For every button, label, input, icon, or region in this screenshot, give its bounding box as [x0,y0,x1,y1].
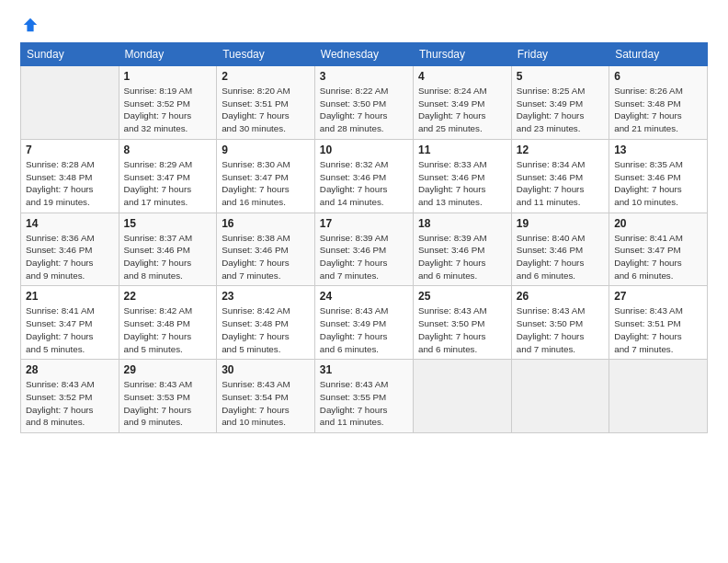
calendar-cell: 27Sunrise: 8:43 AMSunset: 3:51 PMDayligh… [609,286,708,360]
day-number: 27 [614,290,702,303]
cell-info: Sunrise: 8:34 AMSunset: 3:46 PMDaylight:… [517,158,604,209]
svg-marker-0 [24,18,37,31]
calendar-cell: 2Sunrise: 8:20 AMSunset: 3:51 PMDaylight… [217,66,315,140]
day-number: 9 [222,144,310,156]
calendar-cell: 31Sunrise: 8:43 AMSunset: 3:55 PMDayligh… [314,360,413,433]
day-of-week-header: Monday [119,43,217,66]
calendar-cell [21,66,119,140]
cell-info: Sunrise: 8:43 AMSunset: 3:50 PMDaylight:… [418,304,506,355]
cell-info: Sunrise: 8:41 AMSunset: 3:47 PMDaylight:… [614,232,702,282]
calendar-cell: 26Sunrise: 8:43 AMSunset: 3:50 PMDayligh… [511,286,609,360]
day-number: 29 [124,363,212,376]
calendar-header-row: SundayMondayTuesdayWednesdayThursdayFrid… [21,43,708,66]
day-number: 19 [517,217,604,230]
calendar-cell: 10Sunrise: 8:32 AMSunset: 3:46 PMDayligh… [314,139,413,213]
cell-info: Sunrise: 8:30 AMSunset: 3:47 PMDaylight:… [222,158,310,209]
cell-info: Sunrise: 8:36 AMSunset: 3:46 PMDaylight:… [26,232,114,282]
cell-info: Sunrise: 8:33 AMSunset: 3:46 PMDaylight:… [418,158,506,209]
day-of-week-header: Friday [511,43,609,66]
day-of-week-header: Wednesday [314,43,413,66]
cell-info: Sunrise: 8:26 AMSunset: 3:48 PMDaylight:… [614,85,702,135]
logo [20,17,39,33]
calendar-cell: 16Sunrise: 8:38 AMSunset: 3:46 PMDayligh… [217,213,315,286]
day-number: 25 [418,290,506,303]
day-number: 22 [124,290,212,303]
calendar-cell: 22Sunrise: 8:42 AMSunset: 3:48 PMDayligh… [119,286,217,360]
cell-info: Sunrise: 8:43 AMSunset: 3:53 PMDaylight:… [124,378,212,429]
cell-info: Sunrise: 8:41 AMSunset: 3:47 PMDaylight:… [26,304,114,355]
day-of-week-header: Sunday [21,43,119,66]
cell-info: Sunrise: 8:43 AMSunset: 3:52 PMDaylight:… [26,378,114,429]
calendar-week-row: 28Sunrise: 8:43 AMSunset: 3:52 PMDayligh… [21,360,708,433]
day-number: 6 [614,70,702,83]
day-number: 26 [517,290,604,303]
day-number: 1 [124,70,212,83]
calendar-cell: 24Sunrise: 8:43 AMSunset: 3:49 PMDayligh… [314,286,413,360]
day-of-week-header: Saturday [609,43,708,66]
cell-info: Sunrise: 8:38 AMSunset: 3:46 PMDaylight:… [222,232,310,282]
day-number: 30 [222,363,310,376]
calendar-cell: 6Sunrise: 8:26 AMSunset: 3:48 PMDaylight… [609,66,708,140]
cell-info: Sunrise: 8:37 AMSunset: 3:46 PMDaylight:… [124,232,212,282]
day-of-week-header: Thursday [413,43,511,66]
calendar-cell: 3Sunrise: 8:22 AMSunset: 3:50 PMDaylight… [314,66,413,140]
calendar-cell: 30Sunrise: 8:43 AMSunset: 3:54 PMDayligh… [217,360,315,433]
calendar-cell: 23Sunrise: 8:42 AMSunset: 3:48 PMDayligh… [217,286,315,360]
day-number: 20 [614,217,702,230]
day-number: 17 [320,217,408,230]
calendar-week-row: 7Sunrise: 8:28 AMSunset: 3:48 PMDaylight… [21,139,708,213]
calendar-cell: 7Sunrise: 8:28 AMSunset: 3:48 PMDaylight… [21,139,119,213]
calendar-cell: 9Sunrise: 8:30 AMSunset: 3:47 PMDaylight… [217,139,315,213]
calendar-week-row: 21Sunrise: 8:41 AMSunset: 3:47 PMDayligh… [21,286,708,360]
day-number: 4 [418,70,506,83]
cell-info: Sunrise: 8:22 AMSunset: 3:50 PMDaylight:… [320,85,408,135]
calendar: SundayMondayTuesdayWednesdayThursdayFrid… [20,42,708,433]
cell-info: Sunrise: 8:24 AMSunset: 3:49 PMDaylight:… [418,85,506,135]
calendar-cell: 12Sunrise: 8:34 AMSunset: 3:46 PMDayligh… [511,139,609,213]
day-number: 15 [124,217,212,230]
day-number: 16 [222,217,310,230]
cell-info: Sunrise: 8:19 AMSunset: 3:52 PMDaylight:… [124,85,212,135]
calendar-cell: 19Sunrise: 8:40 AMSunset: 3:46 PMDayligh… [511,213,609,286]
day-number: 8 [124,144,212,156]
cell-info: Sunrise: 8:39 AMSunset: 3:46 PMDaylight:… [418,232,506,282]
calendar-cell: 18Sunrise: 8:39 AMSunset: 3:46 PMDayligh… [413,213,511,286]
calendar-cell: 13Sunrise: 8:35 AMSunset: 3:46 PMDayligh… [609,139,708,213]
day-number: 21 [26,290,114,303]
calendar-cell: 25Sunrise: 8:43 AMSunset: 3:50 PMDayligh… [413,286,511,360]
calendar-cell: 17Sunrise: 8:39 AMSunset: 3:46 PMDayligh… [314,213,413,286]
calendar-cell [413,360,511,433]
day-number: 23 [222,290,310,303]
day-number: 13 [614,144,702,156]
cell-info: Sunrise: 8:43 AMSunset: 3:51 PMDaylight:… [614,304,702,355]
cell-info: Sunrise: 8:29 AMSunset: 3:47 PMDaylight:… [124,158,212,209]
cell-info: Sunrise: 8:43 AMSunset: 3:50 PMDaylight:… [517,304,604,355]
day-number: 11 [418,144,506,156]
day-number: 2 [222,70,310,83]
cell-info: Sunrise: 8:32 AMSunset: 3:46 PMDaylight:… [320,158,408,209]
cell-info: Sunrise: 8:35 AMSunset: 3:46 PMDaylight:… [614,158,702,209]
day-of-week-header: Tuesday [217,43,315,66]
calendar-cell: 11Sunrise: 8:33 AMSunset: 3:46 PMDayligh… [413,139,511,213]
day-number: 7 [26,144,114,156]
calendar-week-row: 1Sunrise: 8:19 AMSunset: 3:52 PMDaylight… [21,66,708,140]
day-number: 18 [418,217,506,230]
day-number: 5 [517,70,604,83]
calendar-cell: 21Sunrise: 8:41 AMSunset: 3:47 PMDayligh… [21,286,119,360]
day-number: 14 [26,217,114,230]
day-number: 28 [26,363,114,376]
calendar-cell: 1Sunrise: 8:19 AMSunset: 3:52 PMDaylight… [119,66,217,140]
calendar-cell: 5Sunrise: 8:25 AMSunset: 3:49 PMDaylight… [511,66,609,140]
day-number: 10 [320,144,408,156]
logo-icon [22,17,39,33]
cell-info: Sunrise: 8:20 AMSunset: 3:51 PMDaylight:… [222,85,310,135]
calendar-week-row: 14Sunrise: 8:36 AMSunset: 3:46 PMDayligh… [21,213,708,286]
calendar-cell: 20Sunrise: 8:41 AMSunset: 3:47 PMDayligh… [609,213,708,286]
page: SundayMondayTuesdayWednesdayThursdayFrid… [0,0,728,563]
calendar-cell [609,360,708,433]
calendar-cell: 15Sunrise: 8:37 AMSunset: 3:46 PMDayligh… [119,213,217,286]
header [20,17,708,33]
calendar-cell: 4Sunrise: 8:24 AMSunset: 3:49 PMDaylight… [413,66,511,140]
calendar-cell: 29Sunrise: 8:43 AMSunset: 3:53 PMDayligh… [119,360,217,433]
cell-info: Sunrise: 8:43 AMSunset: 3:55 PMDaylight:… [320,378,408,429]
